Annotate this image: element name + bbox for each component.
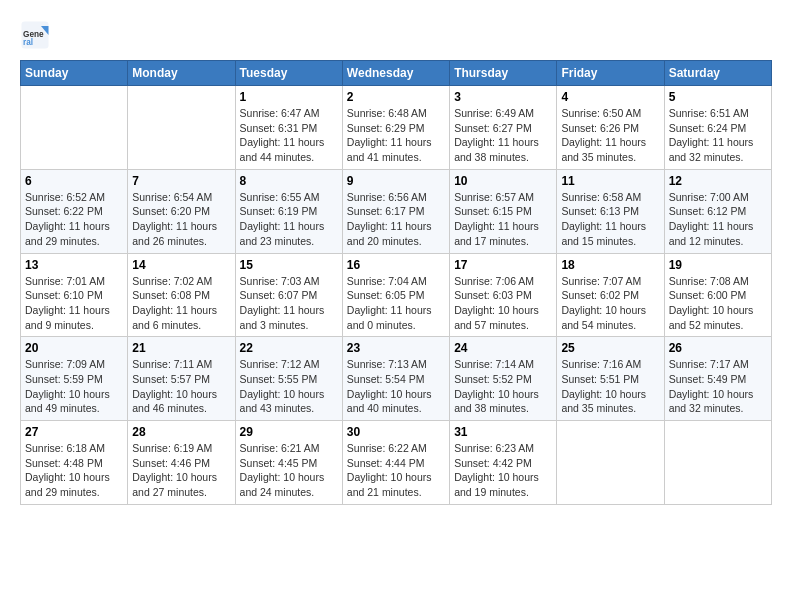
calendar-cell: 27Sunrise: 6:18 AMSunset: 4:48 PMDayligh… [21,421,128,505]
calendar-cell: 12Sunrise: 7:00 AMSunset: 6:12 PMDayligh… [664,169,771,253]
day-info: Sunrise: 6:57 AMSunset: 6:15 PMDaylight:… [454,190,552,249]
day-info: Sunrise: 7:00 AMSunset: 6:12 PMDaylight:… [669,190,767,249]
day-number: 21 [132,341,230,355]
day-number: 6 [25,174,123,188]
day-number: 11 [561,174,659,188]
calendar-cell: 24Sunrise: 7:14 AMSunset: 5:52 PMDayligh… [450,337,557,421]
day-number: 28 [132,425,230,439]
day-number: 4 [561,90,659,104]
weekday-header-monday: Monday [128,61,235,86]
calendar-cell: 26Sunrise: 7:17 AMSunset: 5:49 PMDayligh… [664,337,771,421]
weekday-header-tuesday: Tuesday [235,61,342,86]
calendar-cell: 21Sunrise: 7:11 AMSunset: 5:57 PMDayligh… [128,337,235,421]
day-info: Sunrise: 6:19 AMSunset: 4:46 PMDaylight:… [132,441,230,500]
calendar-cell [557,421,664,505]
day-number: 14 [132,258,230,272]
calendar-cell: 17Sunrise: 7:06 AMSunset: 6:03 PMDayligh… [450,253,557,337]
day-number: 20 [25,341,123,355]
calendar-cell: 15Sunrise: 7:03 AMSunset: 6:07 PMDayligh… [235,253,342,337]
day-number: 2 [347,90,445,104]
day-info: Sunrise: 7:16 AMSunset: 5:51 PMDaylight:… [561,357,659,416]
day-info: Sunrise: 7:17 AMSunset: 5:49 PMDaylight:… [669,357,767,416]
calendar-cell: 9Sunrise: 6:56 AMSunset: 6:17 PMDaylight… [342,169,449,253]
day-info: Sunrise: 6:58 AMSunset: 6:13 PMDaylight:… [561,190,659,249]
day-number: 7 [132,174,230,188]
day-info: Sunrise: 7:13 AMSunset: 5:54 PMDaylight:… [347,357,445,416]
weekday-header-sunday: Sunday [21,61,128,86]
day-info: Sunrise: 6:48 AMSunset: 6:29 PMDaylight:… [347,106,445,165]
day-info: Sunrise: 6:54 AMSunset: 6:20 PMDaylight:… [132,190,230,249]
calendar-week-4: 20Sunrise: 7:09 AMSunset: 5:59 PMDayligh… [21,337,772,421]
calendar-table: SundayMondayTuesdayWednesdayThursdayFrid… [20,60,772,505]
calendar-cell: 5Sunrise: 6:51 AMSunset: 6:24 PMDaylight… [664,86,771,170]
day-number: 26 [669,341,767,355]
calendar-week-3: 13Sunrise: 7:01 AMSunset: 6:10 PMDayligh… [21,253,772,337]
calendar-cell: 2Sunrise: 6:48 AMSunset: 6:29 PMDaylight… [342,86,449,170]
day-info: Sunrise: 7:08 AMSunset: 6:00 PMDaylight:… [669,274,767,333]
calendar-cell: 6Sunrise: 6:52 AMSunset: 6:22 PMDaylight… [21,169,128,253]
calendar-cell: 14Sunrise: 7:02 AMSunset: 6:08 PMDayligh… [128,253,235,337]
day-info: Sunrise: 6:47 AMSunset: 6:31 PMDaylight:… [240,106,338,165]
calendar-cell [128,86,235,170]
day-info: Sunrise: 7:06 AMSunset: 6:03 PMDaylight:… [454,274,552,333]
day-info: Sunrise: 6:22 AMSunset: 4:44 PMDaylight:… [347,441,445,500]
weekday-header-friday: Friday [557,61,664,86]
calendar-week-5: 27Sunrise: 6:18 AMSunset: 4:48 PMDayligh… [21,421,772,505]
calendar-week-1: 1Sunrise: 6:47 AMSunset: 6:31 PMDaylight… [21,86,772,170]
day-info: Sunrise: 6:55 AMSunset: 6:19 PMDaylight:… [240,190,338,249]
day-number: 23 [347,341,445,355]
day-info: Sunrise: 7:01 AMSunset: 6:10 PMDaylight:… [25,274,123,333]
day-info: Sunrise: 7:14 AMSunset: 5:52 PMDaylight:… [454,357,552,416]
day-number: 5 [669,90,767,104]
day-info: Sunrise: 6:18 AMSunset: 4:48 PMDaylight:… [25,441,123,500]
calendar-cell: 4Sunrise: 6:50 AMSunset: 6:26 PMDaylight… [557,86,664,170]
calendar-cell: 19Sunrise: 7:08 AMSunset: 6:00 PMDayligh… [664,253,771,337]
calendar-week-2: 6Sunrise: 6:52 AMSunset: 6:22 PMDaylight… [21,169,772,253]
calendar-cell: 25Sunrise: 7:16 AMSunset: 5:51 PMDayligh… [557,337,664,421]
day-info: Sunrise: 6:52 AMSunset: 6:22 PMDaylight:… [25,190,123,249]
calendar-cell: 11Sunrise: 6:58 AMSunset: 6:13 PMDayligh… [557,169,664,253]
day-number: 13 [25,258,123,272]
day-info: Sunrise: 6:51 AMSunset: 6:24 PMDaylight:… [669,106,767,165]
calendar-cell: 22Sunrise: 7:12 AMSunset: 5:55 PMDayligh… [235,337,342,421]
day-number: 3 [454,90,552,104]
day-info: Sunrise: 6:49 AMSunset: 6:27 PMDaylight:… [454,106,552,165]
day-number: 17 [454,258,552,272]
day-number: 30 [347,425,445,439]
calendar-cell: 28Sunrise: 6:19 AMSunset: 4:46 PMDayligh… [128,421,235,505]
calendar-cell [664,421,771,505]
day-number: 31 [454,425,552,439]
calendar-cell: 30Sunrise: 6:22 AMSunset: 4:44 PMDayligh… [342,421,449,505]
calendar-cell [21,86,128,170]
day-info: Sunrise: 7:04 AMSunset: 6:05 PMDaylight:… [347,274,445,333]
day-info: Sunrise: 6:23 AMSunset: 4:42 PMDaylight:… [454,441,552,500]
day-info: Sunrise: 7:12 AMSunset: 5:55 PMDaylight:… [240,357,338,416]
weekday-header-thursday: Thursday [450,61,557,86]
day-info: Sunrise: 7:03 AMSunset: 6:07 PMDaylight:… [240,274,338,333]
day-number: 25 [561,341,659,355]
day-number: 22 [240,341,338,355]
logo-icon: Gene ral [20,20,50,50]
calendar-cell: 7Sunrise: 6:54 AMSunset: 6:20 PMDaylight… [128,169,235,253]
header: Gene ral [20,20,772,50]
day-info: Sunrise: 6:21 AMSunset: 4:45 PMDaylight:… [240,441,338,500]
weekday-header-wednesday: Wednesday [342,61,449,86]
calendar-cell: 8Sunrise: 6:55 AMSunset: 6:19 PMDaylight… [235,169,342,253]
day-info: Sunrise: 6:50 AMSunset: 6:26 PMDaylight:… [561,106,659,165]
day-info: Sunrise: 7:02 AMSunset: 6:08 PMDaylight:… [132,274,230,333]
day-number: 16 [347,258,445,272]
calendar-cell: 31Sunrise: 6:23 AMSunset: 4:42 PMDayligh… [450,421,557,505]
day-number: 18 [561,258,659,272]
calendar-cell: 3Sunrise: 6:49 AMSunset: 6:27 PMDaylight… [450,86,557,170]
day-info: Sunrise: 7:09 AMSunset: 5:59 PMDaylight:… [25,357,123,416]
weekday-header-row: SundayMondayTuesdayWednesdayThursdayFrid… [21,61,772,86]
calendar-cell: 18Sunrise: 7:07 AMSunset: 6:02 PMDayligh… [557,253,664,337]
day-info: Sunrise: 6:56 AMSunset: 6:17 PMDaylight:… [347,190,445,249]
calendar-cell: 16Sunrise: 7:04 AMSunset: 6:05 PMDayligh… [342,253,449,337]
calendar-cell: 1Sunrise: 6:47 AMSunset: 6:31 PMDaylight… [235,86,342,170]
day-number: 24 [454,341,552,355]
page: Gene ral SundayMondayTuesdayWednesdayThu… [0,0,792,515]
calendar-cell: 29Sunrise: 6:21 AMSunset: 4:45 PMDayligh… [235,421,342,505]
day-number: 10 [454,174,552,188]
svg-text:ral: ral [23,38,33,47]
